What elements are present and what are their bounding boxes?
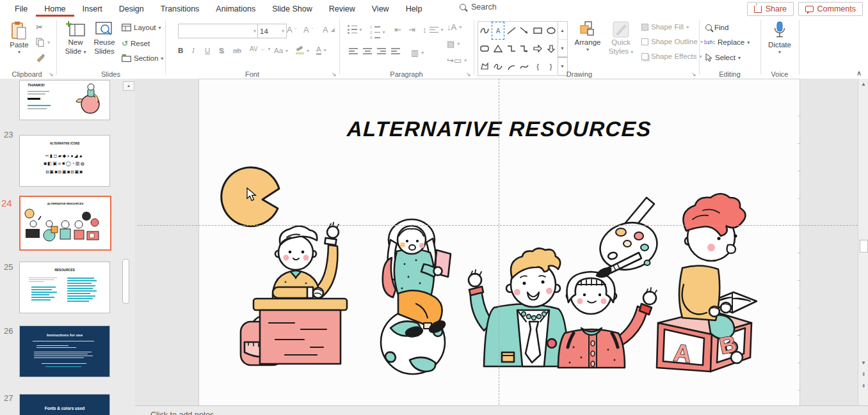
scroll-up-arrow[interactable]: ▲ xyxy=(859,81,868,87)
slide-title-text[interactable]: ALTERNATIVE RESOURCES xyxy=(198,117,801,141)
shape-block-arrow-down-icon[interactable] xyxy=(544,40,558,58)
menu-insert[interactable]: Insert xyxy=(74,1,111,17)
align-left-button[interactable] xyxy=(349,48,358,54)
align-right-icon xyxy=(377,48,386,54)
clear-formatting-button[interactable]: A◢ xyxy=(323,25,335,35)
text-direction-icon: ↓A xyxy=(447,22,456,32)
strikethrough-button[interactable]: ab xyxy=(233,47,241,54)
shape-rounded-rectangle-icon[interactable] xyxy=(478,40,492,58)
font-dialog-launcher[interactable]: ↘ xyxy=(332,71,337,77)
scrollbar-thumb[interactable] xyxy=(860,240,868,253)
shape-elbow-connector-icon[interactable] xyxy=(504,40,518,58)
comments-button[interactable]: Comments xyxy=(798,2,863,16)
paragraph-dialog-launcher[interactable]: ↘ xyxy=(466,71,471,77)
menu-view[interactable]: View xyxy=(364,1,398,17)
dictate-button[interactable]: Dictate▾ xyxy=(766,21,794,56)
format-painter-button[interactable] xyxy=(36,53,45,62)
shape-triangle-icon[interactable] xyxy=(492,40,505,58)
new-slide-button[interactable]: New Slide ▾ xyxy=(61,21,90,56)
shape-outline-button[interactable]: Shape Outline▾ xyxy=(641,38,703,45)
thumbnail-slide-24[interactable]: ALTERNATIVE RESOURCES xyxy=(19,196,111,251)
section-button[interactable]: Section▾ xyxy=(122,54,163,62)
scissors-icon: ✂ xyxy=(36,22,43,32)
thumbnail-slide-27[interactable]: Fonts & colors used xyxy=(19,394,110,415)
menu-slideshow[interactable]: Slide Show xyxy=(264,1,321,17)
shape-fill-button[interactable]: Shape Fill▾ xyxy=(641,23,689,31)
thumbnail-slide-22[interactable]: THANKS! xyxy=(19,80,110,120)
text-shadow-button[interactable]: S xyxy=(219,47,224,54)
menu-file[interactable]: File xyxy=(6,1,36,17)
arrange-button[interactable]: Arrange▾ xyxy=(571,21,604,53)
reuse-slides-button[interactable]: Reuse Slides xyxy=(90,21,118,56)
find-button[interactable]: Find xyxy=(705,24,728,31)
italic-button[interactable]: I xyxy=(192,47,195,54)
shape-elbow-arrow-icon[interactable] xyxy=(518,40,531,58)
thumbnail-slide-26[interactable]: Instructions for use xyxy=(19,325,110,377)
paste-button[interactable]: Paste ▾ xyxy=(5,21,33,56)
menu-design[interactable]: Design xyxy=(111,1,152,17)
decrease-indent-icon: ⇤ xyxy=(394,25,401,35)
menu-transitions[interactable]: Transitions xyxy=(152,1,208,17)
change-case-button[interactable]: Aa▾ xyxy=(274,47,288,54)
text-direction-button[interactable]: ↓A▾ xyxy=(447,22,462,32)
share-button[interactable]: Share xyxy=(747,2,794,16)
increase-indent-button[interactable]: ⇥ xyxy=(408,25,415,35)
bullets-button[interactable]: ▾ xyxy=(348,25,362,34)
layout-button[interactable]: Layout▾ xyxy=(122,24,161,31)
quick-styles-button[interactable]: Quick Styles ▾ xyxy=(606,21,636,56)
notes-placeholder[interactable]: Click to add notes xyxy=(150,411,214,415)
replace-button[interactable]: b⇄c Replace▾ xyxy=(704,38,750,46)
columns-button[interactable]: ▥▾ xyxy=(411,48,424,58)
underline-button[interactable]: U xyxy=(205,47,210,54)
search-box[interactable]: Search xyxy=(460,3,497,12)
previous-slide-button[interactable]: ⇞ xyxy=(859,372,868,377)
copy-button[interactable]: ▾ xyxy=(36,38,50,47)
font-name-combo[interactable]: ▾ xyxy=(178,24,259,38)
line-spacing-button[interactable]: ↕ ▾ xyxy=(422,25,444,35)
reset-button[interactable]: ↺ Reset xyxy=(122,39,150,48)
menu-animations[interactable]: Animations xyxy=(207,1,264,17)
shape-effects-button[interactable]: Shape Effects▾ xyxy=(641,52,702,60)
menu-review[interactable]: Review xyxy=(321,1,364,17)
paste-dropdown[interactable]: ▾ xyxy=(18,49,20,56)
shape-textbox-icon[interactable]: A xyxy=(492,22,505,40)
collapse-ribbon-chevron[interactable]: ∧ xyxy=(856,69,862,77)
thumbnail-slide-23[interactable]: ALTERNATIVE ICONS ✂▮◻▰◆◗●◢▲ ◙◧▣∞■◯◔▥◍ ◘▣… xyxy=(19,135,110,187)
align-right-button[interactable] xyxy=(377,48,386,54)
shrink-font-button[interactable]: Aˇ xyxy=(303,25,313,35)
decrease-indent-button[interactable]: ⇤ xyxy=(394,25,401,35)
shape-oval-icon[interactable] xyxy=(544,22,558,40)
shape-line-icon[interactable] xyxy=(504,22,518,40)
shape-rectangle-icon[interactable] xyxy=(531,22,545,40)
next-slide-button[interactable]: ⇟ xyxy=(859,383,868,389)
font-color-button[interactable]: A▾ xyxy=(316,45,326,55)
select-button[interactable]: Select▾ xyxy=(705,53,741,62)
thumbnail-slide-25[interactable]: RESOURCES xyxy=(19,262,110,313)
shape-fill-icon xyxy=(641,24,648,31)
shapes-scroll-up[interactable]: ▲ xyxy=(558,22,567,40)
thumbnails-scroll-up[interactable]: ▲ xyxy=(123,81,134,91)
menu-home[interactable]: Home xyxy=(36,1,74,17)
notes-pane[interactable]: Click to add notes xyxy=(135,405,868,415)
shape-block-arrow-right-icon[interactable] xyxy=(531,40,545,58)
drawing-dialog-launcher[interactable]: ↘ xyxy=(691,71,696,77)
bold-button[interactable]: B xyxy=(178,47,183,54)
align-center-button[interactable] xyxy=(363,48,372,54)
align-text-button[interactable]: ▤▾ xyxy=(447,39,460,49)
shape-scribble-icon[interactable] xyxy=(478,22,492,40)
justify-button[interactable] xyxy=(391,48,400,54)
cut-button[interactable]: ✂ xyxy=(36,22,43,32)
thumbnail-number-27: 27 xyxy=(4,393,17,403)
smartart-button[interactable]: ↪▭▾ xyxy=(447,56,467,65)
menu-help[interactable]: Help xyxy=(398,1,431,17)
font-size-combo[interactable]: 14▾ xyxy=(257,24,287,38)
character-spacing-button[interactable]: AV↔▾ xyxy=(250,45,271,52)
scroll-down-arrow[interactable]: ▼ xyxy=(859,360,868,366)
shapes-scroll-down[interactable]: ▼ xyxy=(558,40,567,58)
numbering-button[interactable]: 123▾ xyxy=(370,25,385,40)
grow-font-button[interactable]: Aˆ xyxy=(287,25,296,35)
highlight-button[interactable]: ▾ xyxy=(296,47,309,54)
thumbnails-scrollbar-thumb[interactable] xyxy=(122,259,129,304)
shape-arrow-icon[interactable] xyxy=(518,22,531,40)
clipboard-dialog-launcher[interactable]: ↘ xyxy=(49,71,54,77)
